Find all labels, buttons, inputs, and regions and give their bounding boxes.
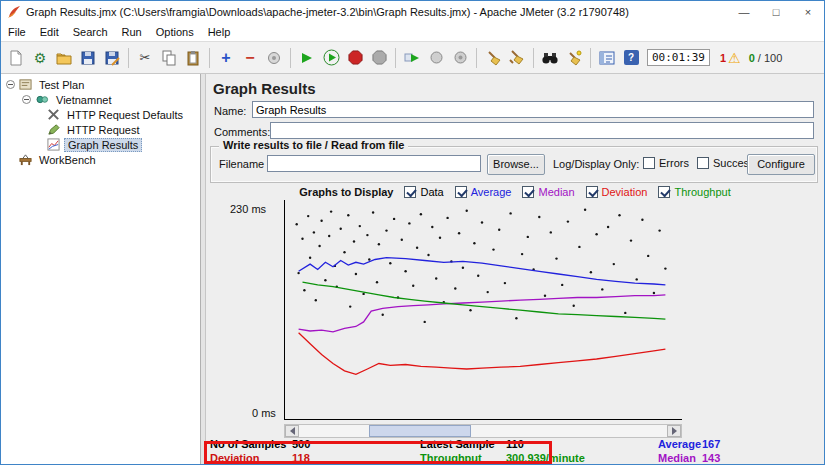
open-button[interactable] bbox=[52, 45, 76, 71]
group-title: Write results to file / Read from file bbox=[219, 139, 408, 151]
tree-item-http-request[interactable]: HTTP Request bbox=[1, 122, 200, 137]
remote-stop-all-button[interactable] bbox=[424, 45, 448, 71]
page-title: Graph Results bbox=[213, 80, 316, 97]
reset-search-button[interactable] bbox=[562, 45, 586, 71]
remote-start-all-button[interactable] bbox=[400, 45, 424, 71]
start-button[interactable] bbox=[295, 45, 319, 71]
display-option-data[interactable]: Data bbox=[404, 186, 443, 198]
errors-checkbox[interactable]: Errors bbox=[643, 157, 689, 169]
toggle-button[interactable] bbox=[262, 45, 286, 71]
errors-label: Errors bbox=[659, 157, 689, 169]
clear-all-button[interactable] bbox=[505, 45, 529, 71]
menu-help[interactable]: Help bbox=[201, 24, 238, 40]
checkbox-icon[interactable] bbox=[404, 186, 416, 198]
toolbar-separator bbox=[533, 48, 534, 68]
menu-edit[interactable]: Edit bbox=[33, 24, 66, 40]
copy-button[interactable] bbox=[157, 45, 181, 71]
collapse-handle-icon[interactable] bbox=[22, 95, 31, 104]
option-label: Data bbox=[420, 186, 443, 198]
title-bar: Graph Results.jmx (C:\Users\framgia\Down… bbox=[1, 1, 824, 23]
option-label: Throughput bbox=[674, 186, 730, 198]
graphs-to-display-row: Graphs to Display Data Average Median De… bbox=[206, 186, 824, 198]
stat-label: No of Samples bbox=[210, 438, 292, 450]
menu-options[interactable]: Options bbox=[149, 24, 201, 40]
stat-label: Throughput bbox=[420, 452, 506, 464]
display-option-throughput[interactable]: Throughput bbox=[658, 186, 730, 198]
expand-button[interactable]: + bbox=[214, 45, 238, 71]
display-option-average[interactable]: Average bbox=[455, 186, 512, 198]
comments-input[interactable] bbox=[270, 122, 814, 139]
clear-button[interactable] bbox=[481, 45, 505, 71]
remote-shutdown-all-button[interactable] bbox=[448, 45, 472, 71]
thread-indicator: 0 / 100 bbox=[749, 52, 783, 64]
window-title: Graph Results.jmx (C:\Users\framgia\Down… bbox=[26, 6, 728, 18]
save-as-button[interactable] bbox=[100, 45, 124, 71]
templates-button[interactable]: ⚙ bbox=[28, 45, 52, 71]
display-option-deviation[interactable]: Deviation bbox=[586, 186, 648, 198]
stat-value: 118 bbox=[292, 452, 310, 464]
start-no-pauses-button[interactable] bbox=[319, 45, 343, 71]
graph-scrollbar[interactable] bbox=[284, 424, 682, 438]
scroll-left-arrow-icon[interactable] bbox=[285, 425, 299, 437]
graphs-to-display-label: Graphs to Display bbox=[299, 186, 393, 198]
cut-button[interactable]: ✂ bbox=[133, 45, 157, 71]
collapse-handle-icon[interactable] bbox=[6, 80, 15, 89]
tree-item-test-plan[interactable]: Test Plan bbox=[1, 77, 200, 92]
minimize-button[interactable]: — bbox=[728, 1, 760, 23]
checkbox-icon[interactable] bbox=[643, 157, 655, 169]
help-button[interactable]: ? bbox=[619, 45, 643, 71]
collapse-button[interactable]: − bbox=[238, 45, 262, 71]
checkbox-icon[interactable] bbox=[697, 157, 709, 169]
paste-icon bbox=[185, 50, 201, 66]
warning-icon[interactable]: ⚠ bbox=[728, 51, 741, 65]
stat-no-of-samples: No of Samples500 bbox=[210, 438, 310, 450]
new-button[interactable] bbox=[4, 45, 28, 71]
stat-average: Average167 bbox=[658, 438, 720, 450]
tree-item-http-request-defaults[interactable]: HTTP Request Defaults bbox=[1, 107, 200, 122]
test-plan-tree: Test Plan Vietnamnet HTTP Request Defaul… bbox=[1, 74, 201, 465]
reset-search-icon bbox=[566, 50, 582, 66]
maximize-button[interactable]: □ bbox=[760, 1, 792, 23]
tree-item-thread-group[interactable]: Vietnamnet bbox=[1, 92, 200, 107]
filename-input[interactable] bbox=[267, 155, 481, 172]
menu-search[interactable]: Search bbox=[66, 24, 115, 40]
stat-value: 143 bbox=[702, 452, 720, 464]
stop-button[interactable] bbox=[343, 45, 367, 71]
menu-file[interactable]: File bbox=[1, 24, 33, 40]
elapsed-timer: 00:01:39 bbox=[647, 49, 710, 66]
search-button[interactable] bbox=[538, 45, 562, 71]
option-label: Average bbox=[471, 186, 512, 198]
toolbar-separator bbox=[476, 48, 477, 68]
save-icon bbox=[80, 50, 96, 66]
start-no-pauses-icon bbox=[323, 49, 340, 66]
shutdown-icon bbox=[372, 50, 387, 65]
graph-results-panel: Graph Results Name: Comments: Write resu… bbox=[206, 74, 824, 465]
checkbox-icon[interactable] bbox=[522, 186, 534, 198]
checkbox-icon[interactable] bbox=[586, 186, 598, 198]
workbench-icon bbox=[19, 153, 32, 166]
checkbox-icon[interactable] bbox=[658, 186, 670, 198]
paste-button[interactable] bbox=[181, 45, 205, 71]
save-as-icon bbox=[104, 50, 120, 66]
configure-button[interactable]: Configure bbox=[747, 154, 815, 175]
shutdown-button[interactable] bbox=[367, 45, 391, 71]
scrollbar-thumb[interactable] bbox=[369, 425, 471, 437]
plus-icon: + bbox=[221, 50, 230, 66]
name-input[interactable] bbox=[252, 101, 814, 118]
function-helper-button[interactable] bbox=[595, 45, 619, 71]
cut-icon: ✂ bbox=[140, 51, 151, 64]
scroll-right-arrow-icon[interactable] bbox=[667, 425, 681, 437]
stat-value: 500 bbox=[292, 438, 310, 450]
tree-item-graph-results[interactable]: Graph Results bbox=[1, 137, 200, 152]
browse-button[interactable]: Browse... bbox=[487, 154, 545, 175]
checkbox-icon[interactable] bbox=[455, 186, 467, 198]
menu-run[interactable]: Run bbox=[115, 24, 149, 40]
scrollbar-track[interactable] bbox=[299, 425, 667, 437]
menu-bar: File Edit Search Run Options Help bbox=[1, 23, 824, 42]
close-button[interactable]: × bbox=[792, 1, 824, 23]
tree-item-workbench[interactable]: WorkBench bbox=[1, 152, 200, 167]
save-button[interactable] bbox=[76, 45, 100, 71]
error-count: 1 bbox=[720, 52, 726, 64]
display-option-median[interactable]: Median bbox=[522, 186, 574, 198]
thread-group-icon bbox=[35, 93, 49, 106]
